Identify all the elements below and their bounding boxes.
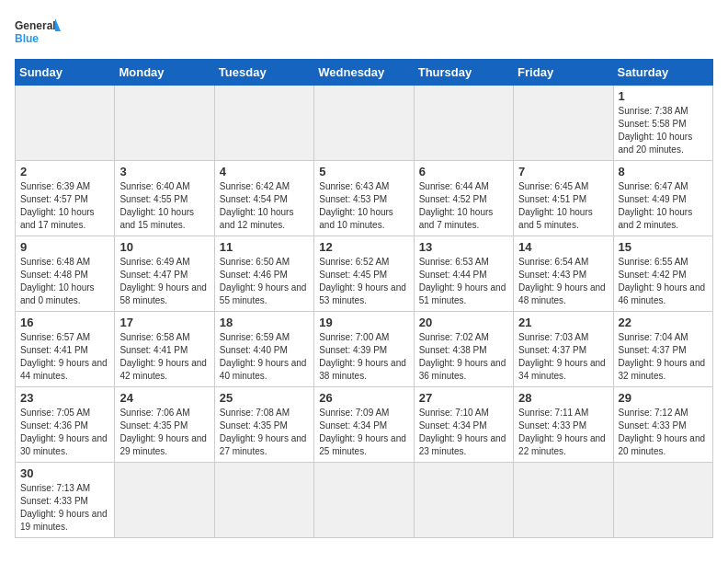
day-number: 20 bbox=[419, 316, 508, 329]
day-number: 24 bbox=[119, 391, 209, 405]
calendar-cell bbox=[514, 463, 613, 538]
header-sunday: Sunday bbox=[16, 60, 115, 86]
header-monday: Monday bbox=[115, 60, 214, 86]
day-info: Sunrise: 6:53 AM Sunset: 4:44 PM Dayligh… bbox=[419, 256, 508, 307]
day-number: 11 bbox=[220, 240, 309, 254]
day-number: 17 bbox=[119, 316, 209, 329]
svg-marker-2 bbox=[55, 18, 61, 31]
calendar-cell: 8Sunrise: 6:47 AM Sunset: 4:49 PM Daylig… bbox=[613, 161, 712, 236]
calendar-cell: 28Sunrise: 7:11 AM Sunset: 4:33 PM Dayli… bbox=[514, 387, 613, 463]
day-number: 1 bbox=[619, 89, 708, 103]
day-number: 16 bbox=[20, 316, 109, 329]
calendar-cell: 11Sunrise: 6:50 AM Sunset: 4:46 PM Dayli… bbox=[214, 236, 313, 312]
day-number: 28 bbox=[518, 391, 608, 405]
calendar-cell: 29Sunrise: 7:12 AM Sunset: 4:33 PM Dayli… bbox=[613, 387, 712, 463]
calendar-cell bbox=[115, 86, 214, 161]
day-number: 10 bbox=[119, 240, 209, 254]
calendar-cell: 5Sunrise: 6:43 AM Sunset: 4:53 PM Daylig… bbox=[314, 161, 414, 236]
day-number: 3 bbox=[119, 165, 209, 178]
svg-text:Blue: Blue bbox=[15, 32, 39, 45]
day-info: Sunrise: 6:50 AM Sunset: 4:46 PM Dayligh… bbox=[220, 256, 309, 307]
day-info: Sunrise: 7:38 AM Sunset: 5:58 PM Dayligh… bbox=[619, 105, 708, 156]
day-number: 18 bbox=[220, 316, 309, 329]
day-info: Sunrise: 6:49 AM Sunset: 4:47 PM Dayligh… bbox=[119, 256, 209, 307]
calendar-cell bbox=[613, 463, 712, 538]
calendar-cell: 9Sunrise: 6:48 AM Sunset: 4:48 PM Daylig… bbox=[16, 236, 115, 312]
calendar-cell: 24Sunrise: 7:06 AM Sunset: 4:35 PM Dayli… bbox=[115, 387, 214, 463]
day-number: 27 bbox=[419, 391, 508, 405]
day-info: Sunrise: 7:02 AM Sunset: 4:38 PM Dayligh… bbox=[419, 331, 508, 383]
day-info: Sunrise: 7:08 AM Sunset: 4:35 PM Dayligh… bbox=[220, 407, 309, 458]
day-info: Sunrise: 6:44 AM Sunset: 4:52 PM Dayligh… bbox=[419, 180, 508, 232]
day-number: 23 bbox=[20, 391, 109, 405]
calendar-cell: 3Sunrise: 6:40 AM Sunset: 4:55 PM Daylig… bbox=[115, 161, 214, 236]
day-info: Sunrise: 7:11 AM Sunset: 4:33 PM Dayligh… bbox=[518, 407, 608, 458]
day-info: Sunrise: 6:48 AM Sunset: 4:48 PM Dayligh… bbox=[20, 256, 109, 307]
day-number: 8 bbox=[619, 165, 708, 178]
calendar-cell bbox=[414, 463, 513, 538]
day-number: 9 bbox=[20, 240, 109, 254]
calendar-cell: 6Sunrise: 6:44 AM Sunset: 4:52 PM Daylig… bbox=[414, 161, 513, 236]
day-info: Sunrise: 6:45 AM Sunset: 4:51 PM Dayligh… bbox=[518, 180, 608, 232]
day-number: 12 bbox=[319, 240, 408, 254]
day-number: 2 bbox=[20, 165, 109, 178]
day-info: Sunrise: 7:06 AM Sunset: 4:35 PM Dayligh… bbox=[119, 407, 209, 458]
day-info: Sunrise: 6:52 AM Sunset: 4:45 PM Dayligh… bbox=[319, 256, 408, 307]
header-friday: Friday bbox=[514, 60, 613, 86]
header-saturday: Saturday bbox=[613, 60, 712, 86]
calendar-week-row: 30Sunrise: 7:13 AM Sunset: 4:33 PM Dayli… bbox=[16, 463, 713, 538]
calendar-cell: 15Sunrise: 6:55 AM Sunset: 4:42 PM Dayli… bbox=[613, 236, 712, 312]
header-thursday: Thursday bbox=[414, 60, 513, 86]
calendar-cell bbox=[514, 86, 613, 161]
calendar-cell: 7Sunrise: 6:45 AM Sunset: 4:51 PM Daylig… bbox=[514, 161, 613, 236]
calendar-cell: 23Sunrise: 7:05 AM Sunset: 4:36 PM Dayli… bbox=[16, 387, 115, 463]
calendar-week-row: 16Sunrise: 6:57 AM Sunset: 4:41 PM Dayli… bbox=[16, 312, 713, 387]
day-number: 14 bbox=[518, 240, 608, 254]
calendar-week-row: 9Sunrise: 6:48 AM Sunset: 4:48 PM Daylig… bbox=[16, 236, 713, 312]
calendar-cell bbox=[314, 463, 414, 538]
day-number: 15 bbox=[619, 240, 708, 254]
calendar-cell: 25Sunrise: 7:08 AM Sunset: 4:35 PM Dayli… bbox=[214, 387, 313, 463]
calendar-cell: 10Sunrise: 6:49 AM Sunset: 4:47 PM Dayli… bbox=[115, 236, 214, 312]
calendar-cell: 14Sunrise: 6:54 AM Sunset: 4:43 PM Dayli… bbox=[514, 236, 613, 312]
day-info: Sunrise: 7:04 AM Sunset: 4:37 PM Dayligh… bbox=[619, 331, 708, 383]
day-info: Sunrise: 6:40 AM Sunset: 4:55 PM Dayligh… bbox=[119, 180, 209, 232]
day-number: 7 bbox=[518, 165, 608, 178]
calendar-cell: 30Sunrise: 7:13 AM Sunset: 4:33 PM Dayli… bbox=[16, 463, 115, 538]
header-tuesday: Tuesday bbox=[214, 60, 313, 86]
day-number: 29 bbox=[619, 391, 708, 405]
calendar-cell: 18Sunrise: 6:59 AM Sunset: 4:40 PM Dayli… bbox=[214, 312, 313, 387]
day-number: 19 bbox=[319, 316, 408, 329]
calendar-cell: 4Sunrise: 6:42 AM Sunset: 4:54 PM Daylig… bbox=[214, 161, 313, 236]
calendar-cell: 27Sunrise: 7:10 AM Sunset: 4:34 PM Dayli… bbox=[414, 387, 513, 463]
calendar-cell bbox=[214, 463, 313, 538]
calendar-cell: 17Sunrise: 6:58 AM Sunset: 4:41 PM Dayli… bbox=[115, 312, 214, 387]
calendar-cell: 21Sunrise: 7:03 AM Sunset: 4:37 PM Dayli… bbox=[514, 312, 613, 387]
day-number: 13 bbox=[419, 240, 508, 254]
day-number: 26 bbox=[319, 391, 408, 405]
calendar-week-row: 2Sunrise: 6:39 AM Sunset: 4:57 PM Daylig… bbox=[16, 161, 713, 236]
day-info: Sunrise: 7:05 AM Sunset: 4:36 PM Dayligh… bbox=[20, 407, 109, 458]
day-number: 22 bbox=[619, 316, 708, 329]
day-info: Sunrise: 7:12 AM Sunset: 4:33 PM Dayligh… bbox=[619, 407, 708, 458]
day-info: Sunrise: 6:55 AM Sunset: 4:42 PM Dayligh… bbox=[619, 256, 708, 307]
calendar-cell: 22Sunrise: 7:04 AM Sunset: 4:37 PM Dayli… bbox=[613, 312, 712, 387]
day-info: Sunrise: 6:54 AM Sunset: 4:43 PM Dayligh… bbox=[518, 256, 608, 307]
calendar-header-row: SundayMondayTuesdayWednesdayThursdayFrid… bbox=[16, 60, 713, 86]
day-number: 5 bbox=[319, 165, 408, 178]
calendar-table: SundayMondayTuesdayWednesdayThursdayFrid… bbox=[15, 59, 713, 538]
calendar-cell: 2Sunrise: 6:39 AM Sunset: 4:57 PM Daylig… bbox=[16, 161, 115, 236]
day-number: 21 bbox=[518, 316, 608, 329]
day-info: Sunrise: 6:43 AM Sunset: 4:53 PM Dayligh… bbox=[319, 180, 408, 232]
day-info: Sunrise: 7:09 AM Sunset: 4:34 PM Dayligh… bbox=[319, 407, 408, 458]
calendar-cell: 13Sunrise: 6:53 AM Sunset: 4:44 PM Dayli… bbox=[414, 236, 513, 312]
calendar-week-row: 23Sunrise: 7:05 AM Sunset: 4:36 PM Dayli… bbox=[16, 387, 713, 463]
svg-text:General: General bbox=[15, 19, 56, 32]
day-number: 30 bbox=[20, 466, 109, 480]
calendar-cell: 1Sunrise: 7:38 AM Sunset: 5:58 PM Daylig… bbox=[613, 86, 712, 161]
day-info: Sunrise: 7:10 AM Sunset: 4:34 PM Dayligh… bbox=[419, 407, 508, 458]
day-info: Sunrise: 6:58 AM Sunset: 4:41 PM Dayligh… bbox=[119, 331, 209, 383]
calendar-cell bbox=[115, 463, 214, 538]
calendar-cell: 12Sunrise: 6:52 AM Sunset: 4:45 PM Dayli… bbox=[314, 236, 414, 312]
calendar-week-row: 1Sunrise: 7:38 AM Sunset: 5:58 PM Daylig… bbox=[16, 86, 713, 161]
